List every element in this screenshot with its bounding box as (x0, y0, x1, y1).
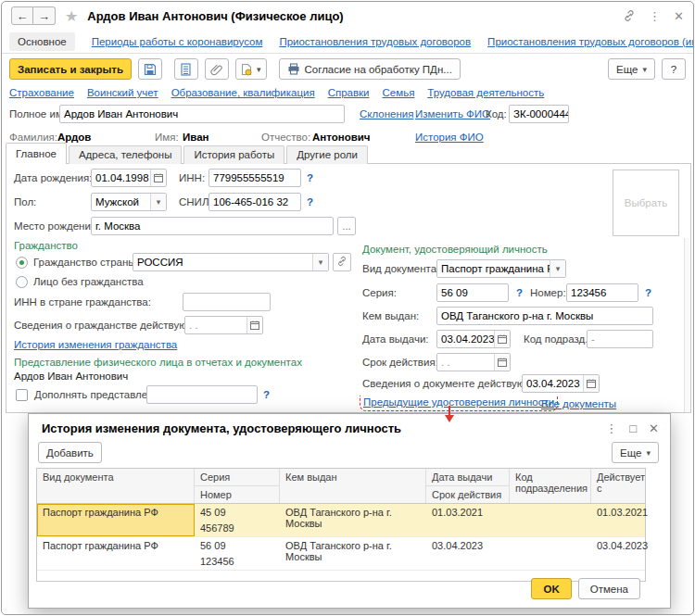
pdn-consent-button[interactable]: Согласие на обработку ПДн... (279, 58, 461, 80)
number-help[interactable]: ? (645, 287, 651, 298)
presentation-header: Представление физического лица в отчетах… (14, 357, 302, 368)
kebab-menu-icon[interactable]: ⋮ (605, 421, 617, 435)
chevron-down-icon: ▾ (257, 65, 261, 74)
save-button[interactable] (138, 58, 162, 80)
declensions-link[interactable]: Склонения (360, 108, 413, 119)
full-name-input[interactable]: Ардов Иван Антонович (59, 105, 345, 123)
save-and-close-button[interactable]: Записать и закрыть (9, 58, 132, 80)
calendar-icon[interactable] (494, 354, 510, 371)
forward-button[interactable]: → (33, 6, 56, 25)
link-family[interactable]: Семья (383, 87, 415, 98)
issue-date-input[interactable]: 03.04.2023 (436, 330, 511, 348)
inn-foreign-input[interactable] (183, 293, 271, 311)
calendar-icon[interactable] (150, 170, 166, 186)
col-doc-type[interactable]: Вид документа (37, 469, 195, 503)
supplement-checkbox[interactable] (16, 389, 28, 401)
citizenship-country-select[interactable]: РОССИЯ ▾ (133, 253, 329, 271)
chevron-down-icon[interactable]: ▾ (550, 260, 565, 277)
inn-input[interactable]: 779955555519 (208, 169, 301, 187)
inn-help[interactable]: ? (307, 172, 313, 183)
scrollbar[interactable] (684, 238, 689, 412)
snils-help[interactable]: ? (307, 196, 313, 207)
doc-valid-from-input[interactable]: 03.04.2023 (522, 374, 600, 393)
dept-code-input[interactable]: - (587, 330, 653, 348)
calendar-icon[interactable] (583, 375, 599, 392)
stateless-radio[interactable] (16, 276, 28, 288)
col-dates[interactable]: Дата выдачи Срок действия (426, 469, 510, 503)
forward-arrow-icon: → (38, 9, 50, 23)
create-from-button[interactable]: ▾ (235, 58, 267, 80)
fio-history-link[interactable]: История ФИО (415, 132, 484, 143)
link-education[interactable]: Образование, квалификация (171, 87, 315, 98)
add-button[interactable]: Добавить (38, 442, 102, 463)
col-series-number[interactable]: Серия Номер (195, 469, 280, 503)
close-icon[interactable]: ✕ (674, 9, 684, 23)
tab-addresses[interactable]: Адреса, телефоны (69, 145, 182, 164)
tab-work-history[interactable]: История работы (183, 145, 284, 164)
code-label: Код: (486, 108, 507, 119)
citizenship-history-link[interactable]: История изменения гражданства (14, 339, 177, 350)
table-row[interactable]: Паспорт гражданина РФ 56 09123456 ОВД Та… (37, 537, 645, 571)
inn-foreign-label: ИНН в стране гражданства: (14, 296, 151, 308)
issued-by-label: Кем выдан: (362, 310, 419, 321)
title-bar: ← → ★ Ардов Иван Антонович (Физическое л… (2, 2, 693, 30)
series-input[interactable]: 56 09 (436, 283, 509, 302)
link-military[interactable]: Воинский учет (87, 87, 158, 98)
back-button[interactable]: ← (11, 6, 33, 25)
favorite-star-icon[interactable]: ★ (65, 7, 78, 25)
supplement-help[interactable]: ? (263, 389, 270, 400)
kebab-menu-icon[interactable]: ⋮ (649, 9, 661, 23)
expiry-input[interactable]: . . (436, 353, 511, 371)
calendar-icon[interactable] (494, 331, 510, 347)
tab-suspensions-interval[interactable]: Приостановления трудовых договоров (инте… (487, 36, 694, 47)
table-row[interactable]: Паспорт гражданина РФ 45 09456789 ОВД Та… (37, 504, 645, 537)
citizenship-country-label: Гражданство страны: (33, 257, 139, 268)
birth-place-ellipsis-button[interactable]: ... (337, 217, 356, 235)
close-icon[interactable]: ✕ (649, 421, 659, 435)
report-button[interactable] (174, 58, 198, 80)
help-button[interactable]: ? (662, 58, 686, 80)
number-input[interactable]: 123456 (566, 283, 638, 302)
col-dept-code[interactable]: Код подразделения (510, 469, 591, 503)
link-labor-activity[interactable]: Трудовая деятельность (427, 87, 544, 98)
link-certificates[interactable]: Справки (328, 87, 370, 98)
snils-input[interactable]: 106-465-016 32 (208, 193, 301, 211)
citizenship-country-radio[interactable] (16, 257, 28, 269)
chevron-down-icon[interactable]: ▾ (150, 194, 166, 210)
attachments-button[interactable] (205, 58, 229, 80)
photo-choose-button[interactable]: Выбрать (613, 170, 679, 236)
col-valid-from[interactable]: Действует с (591, 469, 651, 503)
previous-ids-link[interactable]: Предыдущие удостоверения личности (363, 396, 554, 408)
code-input[interactable]: ЗК-0000444 (509, 105, 569, 123)
all-documents-link[interactable]: Все документы (541, 398, 616, 409)
calendar-icon[interactable] (246, 317, 262, 333)
tab-suspensions[interactable]: Приостановления трудовых договоров (279, 36, 471, 47)
table-header: Вид документа Серия Номер Кем выдан Дата… (37, 469, 645, 504)
citizenship-open-button[interactable] (333, 253, 351, 271)
col-issued-by[interactable]: Кем выдан (280, 469, 426, 503)
issued-by-input[interactable]: ОВД Таганского р-на г. Москвы (436, 307, 653, 325)
link-insurance[interactable]: Страхование (9, 87, 74, 98)
birth-date-input[interactable]: 01.04.1998 (91, 169, 167, 187)
floppy-save-icon (144, 63, 157, 76)
maximize-icon[interactable]: □ (629, 421, 637, 435)
doc-kind-select[interactable]: Паспорт гражданина РФ ▾ (436, 259, 566, 278)
tab-other-roles[interactable]: Другие роли (286, 145, 368, 164)
cancel-button[interactable]: Отмена (578, 578, 640, 599)
tab-main[interactable]: Основное (9, 32, 75, 51)
tab-covid-periods[interactable]: Периоды работы с коронавирусом (92, 36, 263, 47)
citizenship-valid-from-input[interactable]: . . (184, 316, 263, 334)
chevron-down-icon[interactable]: ▾ (312, 254, 328, 270)
back-arrow-icon: ← (17, 9, 29, 23)
get-link-icon[interactable] (623, 9, 636, 22)
change-fio-link[interactable]: Изменить ФИО (415, 108, 490, 119)
dialog-more-button[interactable]: Еще▾ (612, 442, 659, 463)
pdn-consent-label: Согласие на обработку ПДн... (305, 64, 452, 75)
tab-glavnoe[interactable]: Главное (6, 143, 67, 164)
gender-select[interactable]: Мужской ▾ (91, 193, 167, 211)
birth-place-input[interactable]: г. Москва (91, 217, 334, 235)
ok-button[interactable]: OK (531, 578, 571, 599)
series-help[interactable]: ? (516, 287, 523, 298)
more-button[interactable]: Еще▾ (608, 58, 655, 80)
supplement-input[interactable] (146, 385, 258, 404)
